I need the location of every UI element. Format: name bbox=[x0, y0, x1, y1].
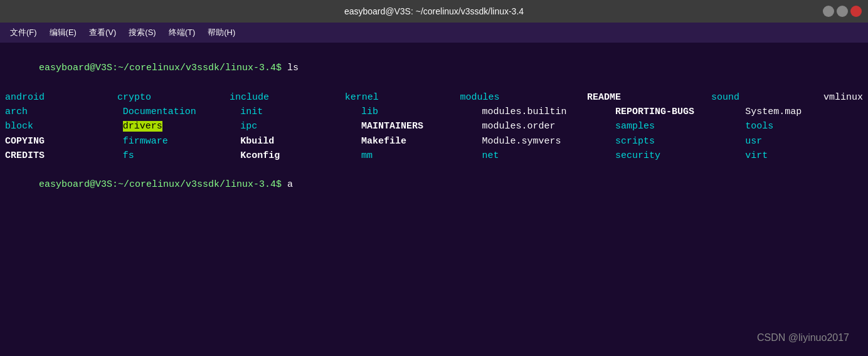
cell-readme: README bbox=[587, 90, 711, 105]
cell-fs: fs bbox=[123, 149, 241, 163]
cell-android: android bbox=[5, 90, 117, 105]
cell-usr: usr bbox=[745, 134, 863, 149]
command-line-2: easyboard@V3S:~/corelinux/v3ssdk/linux-3… bbox=[5, 163, 863, 207]
menu-view[interactable]: 查看(V) bbox=[84, 24, 121, 41]
cell-net: net bbox=[482, 149, 615, 163]
minimize-button[interactable] bbox=[823, 6, 834, 17]
cell-maintainers: MAINTAINERS bbox=[361, 119, 482, 134]
cell-security: security bbox=[615, 149, 745, 163]
cell-copying: COPYING bbox=[5, 134, 123, 149]
window-controls bbox=[823, 6, 862, 17]
terminal-window: easyboard@V3S: ~/corelinux/v3ssdk/linux-… bbox=[0, 0, 868, 356]
cell-drivers: drivers bbox=[123, 119, 241, 134]
ls-row-5: CREDITS fs Kconfig mm net security virt bbox=[5, 149, 863, 163]
ls-row-2: arch Documentation init lib modules.buil… bbox=[5, 105, 863, 119]
cell-crypto: crypto bbox=[117, 90, 230, 105]
cell-makefile: Makefile bbox=[361, 134, 482, 149]
ls-row-3: block drivers ipc MAINTAINERS modules.or… bbox=[5, 119, 863, 134]
cell-tools: tools bbox=[745, 119, 863, 134]
ls-row-1: android crypto include kernel modules RE… bbox=[5, 90, 863, 105]
cell-sound: sound bbox=[711, 90, 823, 105]
cell-arch: arch bbox=[5, 105, 123, 119]
command-2: a bbox=[282, 179, 293, 190]
menu-file[interactable]: 文件(F) bbox=[5, 24, 42, 41]
command-1: ls bbox=[282, 63, 299, 73]
cell-reporting-bugs: REPORTING-BUGS bbox=[615, 105, 745, 119]
cell-kbuild: Kbuild bbox=[240, 134, 361, 149]
cell-ipc: ipc bbox=[240, 119, 361, 134]
cell-samples: samples bbox=[615, 119, 745, 134]
command-line-1: easyboard@V3S:~/corelinux/v3ssdk/linux-3… bbox=[5, 46, 863, 90]
menu-search[interactable]: 搜索(S) bbox=[124, 24, 161, 41]
cell-scripts: scripts bbox=[615, 134, 745, 149]
cell-modules-builtin: modules.builtin bbox=[482, 105, 615, 119]
cell-kconfig: Kconfig bbox=[240, 149, 361, 163]
titlebar: easyboard@V3S: ~/corelinux/v3ssdk/linux-… bbox=[0, 0, 868, 23]
menubar: 文件(F) 编辑(E) 查看(V) 搜索(S) 终端(T) 帮助(H) bbox=[0, 23, 868, 43]
cell-kernel: kernel bbox=[345, 90, 460, 105]
window-title: easyboard@V3S: ~/corelinux/v3ssdk/linux-… bbox=[344, 6, 524, 16]
watermark: CSDN @liyinuo2017 bbox=[757, 332, 849, 343]
prompt-2: easyboard@V3S:~/corelinux/v3ssdk/linux-3… bbox=[39, 179, 282, 190]
cell-credits: CREDITS bbox=[5, 149, 123, 163]
menu-help[interactable]: 帮助(H) bbox=[203, 24, 240, 41]
cell-lib: lib bbox=[361, 105, 482, 119]
ls-row-4: COPYING firmware Kbuild Makefile Module.… bbox=[5, 134, 863, 149]
prompt-1: easyboard@V3S:~/corelinux/v3ssdk/linux-3… bbox=[39, 63, 282, 73]
cell-include: include bbox=[230, 90, 345, 105]
menu-terminal[interactable]: 终端(T) bbox=[164, 24, 201, 41]
cell-system-map: System.map bbox=[745, 105, 863, 119]
cell-init: init bbox=[240, 105, 361, 119]
cell-modules-order: modules.order bbox=[482, 119, 615, 134]
maximize-button[interactable] bbox=[837, 6, 848, 17]
menu-edit[interactable]: 编辑(E) bbox=[45, 24, 82, 41]
close-button[interactable] bbox=[850, 6, 862, 17]
ls-output: android crypto include kernel modules RE… bbox=[5, 90, 863, 163]
cell-documentation: Documentation bbox=[123, 105, 241, 119]
cell-firmware: firmware bbox=[123, 134, 241, 149]
cell-mm: mm bbox=[361, 149, 482, 163]
cell-module-symvers: Module.symvers bbox=[482, 134, 615, 149]
cell-modules: modules bbox=[460, 90, 588, 105]
terminal-body[interactable]: easyboard@V3S:~/corelinux/v3ssdk/linux-3… bbox=[0, 43, 868, 356]
cell-vmlinux: vmlinux bbox=[823, 90, 863, 105]
cell-virt: virt bbox=[745, 149, 863, 163]
cell-block: block bbox=[5, 119, 123, 134]
